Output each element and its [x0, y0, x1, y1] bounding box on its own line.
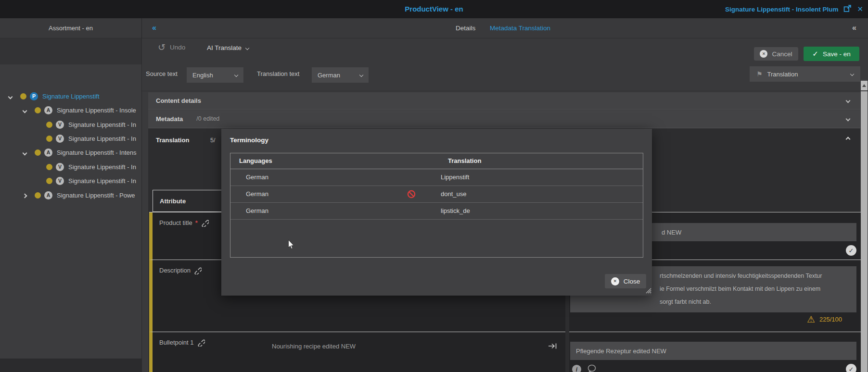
term-translation: lipstick_de: [441, 207, 470, 214]
open-external-icon[interactable]: [843, 4, 852, 14]
tree-item-label: Signature Lippenstift - In: [68, 121, 136, 128]
tree-item-variant[interactable]: V Signature Lippenstift - In: [0, 118, 142, 131]
chevron-down-icon: [234, 73, 238, 77]
attribute-name: Bulletpoint 1: [159, 338, 205, 347]
row-bulletpoint1[interactable]: Bulletpoint 1 Nourishing recipe edited N…: [149, 332, 565, 372]
terminology-row[interactable]: German Lippenstift: [230, 169, 643, 186]
close-label: Close: [624, 278, 640, 285]
attribute-column-header: Attribute: [153, 190, 226, 212]
tree-item-article[interactable]: A Signature Lippenstift - Insole: [0, 103, 142, 117]
unlink-icon[interactable]: [201, 219, 209, 227]
copy-to-translation-icon[interactable]: [548, 342, 558, 352]
undo-button[interactable]: ↺ Undo: [158, 43, 185, 52]
char-count-warning: ⚠ 225/100: [807, 314, 842, 325]
close-icon[interactable]: ✕: [857, 5, 863, 13]
metadata-edited-count: /0 edited: [196, 115, 219, 122]
ai-translate-label: AI Translate: [207, 44, 242, 51]
approve-check-icon[interactable]: ✓: [846, 245, 856, 256]
section-label: Metadata: [156, 115, 183, 123]
chevron-down-icon: [359, 73, 363, 77]
resize-handle-icon[interactable]: [643, 285, 651, 296]
term-language: German: [246, 207, 268, 214]
terminology-row[interactable]: German dont_use: [230, 186, 643, 203]
ai-translate-dropdown[interactable]: AI Translate: [207, 44, 249, 51]
tree-item-article[interactable]: A Signature Lippenstift - Intens: [0, 146, 142, 159]
save-button[interactable]: ✓ Save - en: [804, 47, 859, 61]
tree-item-label: Signature Lippenstift - In: [68, 135, 136, 142]
collapse-panel-left-icon[interactable]: «: [152, 24, 156, 32]
mouse-cursor: [288, 240, 294, 251]
section-content-details[interactable]: Content details: [148, 92, 860, 110]
required-asterisk: *: [195, 219, 198, 226]
term-language: German: [246, 174, 268, 181]
cancel-button[interactable]: ✕ Cancel: [754, 47, 798, 61]
status-dot: [46, 122, 52, 128]
source-text-label: Source text: [146, 70, 178, 77]
chevron-down-icon[interactable]: [23, 106, 31, 114]
terminology-row[interactable]: German lipstick_de: [230, 203, 643, 220]
tree-item-label: Signature Lippenstift - In: [68, 163, 136, 171]
translation-row-bulletpoint1: Pflegende Rezeptur edited NEW i ✓: [569, 332, 861, 372]
chevron-down-icon[interactable]: [23, 148, 31, 157]
translation-language-select[interactable]: German: [312, 67, 369, 83]
approve-check-icon[interactable]: ✓: [846, 364, 856, 372]
tree-item-variant[interactable]: V Signature Lippenstift - In: [0, 174, 142, 187]
status-dot: [35, 149, 41, 156]
tree-item-variant[interactable]: V Signature Lippenstift - In: [0, 160, 142, 174]
tab-metadata-translation[interactable]: Metadata Translation: [490, 25, 550, 32]
info-icon[interactable]: i: [572, 365, 581, 372]
section-metadata[interactable]: Metadata /0 edited: [148, 110, 860, 128]
attribute-label: Description: [159, 267, 191, 274]
save-label: Save - en: [823, 50, 851, 58]
tree-item-variant[interactable]: V Signature Lippenstift - In: [0, 132, 142, 145]
attribute-label: Product title: [159, 219, 192, 226]
translation-edited-count: 5/: [210, 137, 215, 144]
unlink-icon[interactable]: [193, 266, 202, 274]
tree-item-label: Signature Lippenstift: [42, 93, 100, 100]
toolbar: ↺ Undo AI Translate ✕ Cancel ✓ Save - en…: [142, 38, 868, 91]
bulletpoint1-translation-input[interactable]: Pflegende Rezeptur edited NEW: [570, 342, 856, 360]
article-badge: A: [44, 191, 52, 199]
vertical-scrollbar[interactable]: [861, 80, 868, 372]
attribute-header-label: Attribute: [160, 198, 186, 205]
tab-details[interactable]: Details: [456, 25, 475, 32]
chevron-down-icon: [850, 72, 854, 76]
close-button[interactable]: ✕ Close: [605, 274, 646, 288]
term-translation: Lippenstift: [441, 174, 469, 181]
comment-icon[interactable]: [587, 364, 597, 372]
source-value: Nourishing recipe edited NEW: [272, 343, 356, 350]
product-badge: P: [30, 92, 38, 100]
article-badge: A: [44, 106, 52, 114]
chevron-right-icon[interactable]: [23, 191, 31, 199]
attribute-name: Product title *: [159, 219, 209, 227]
source-language-select[interactable]: English: [187, 67, 243, 83]
main-header: « Details Metadata Translation «: [142, 18, 868, 38]
tree-item-article[interactable]: A Signature Lippenstift - Powe: [0, 188, 142, 202]
description-line: ie Formel verschmilzt beim Kontakt mit d…: [660, 283, 852, 296]
scrollbar-thumb[interactable]: [861, 91, 868, 372]
tree-item-label: Signature Lippenstift - In: [68, 177, 136, 185]
tree-item-product[interactable]: P Signature Lippenstift: [0, 89, 142, 103]
chevron-down-icon[interactable]: [9, 92, 16, 100]
status-dot: [46, 178, 52, 184]
check-icon: ✓: [812, 50, 818, 58]
description-line: sorgt farbt nicht ab.: [660, 296, 852, 309]
assortment-title: Assortment - en: [49, 25, 93, 32]
variant-badge: V: [56, 177, 64, 185]
view-filter-value: Translation: [767, 71, 846, 78]
status-dot: [46, 164, 52, 170]
scroll-up-button[interactable]: [861, 81, 868, 90]
bulletpoint1-translation-value: Pflegende Rezeptur edited NEW: [576, 347, 666, 355]
collapse-panel-right-icon[interactable]: «: [852, 24, 856, 32]
sidebar-bottom-strip: [0, 359, 142, 372]
view-filter-select[interactable]: ⚑ Translation: [750, 66, 860, 82]
context-product-link[interactable]: Signature Lippenstift - Insolent Plum: [725, 6, 839, 13]
assortment-tree-panel: P Signature Lippenstift A Signature Lipp…: [0, 38, 142, 372]
column-languages: Languages: [239, 157, 272, 164]
cancel-x-icon: ✕: [760, 50, 767, 58]
unlink-icon[interactable]: [197, 338, 205, 347]
status-dot: [35, 192, 41, 198]
term-translation: dont_use: [441, 190, 467, 198]
char-counter: 225/100: [819, 316, 842, 323]
assortment-panel-header: Assortment - en: [0, 18, 142, 38]
